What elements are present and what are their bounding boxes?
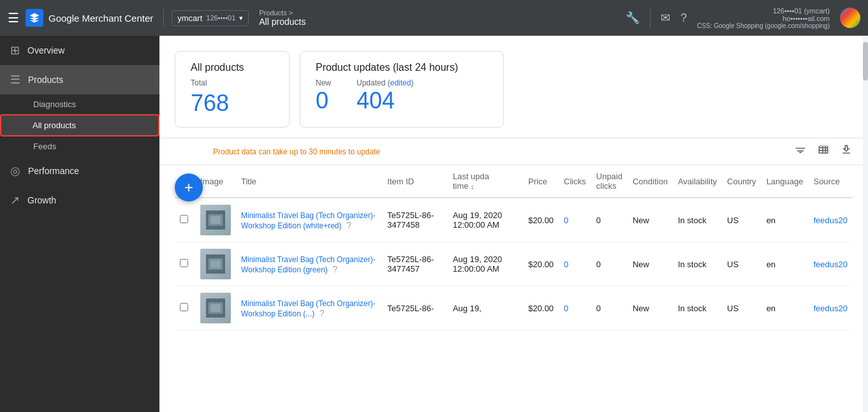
sidebar-label-performance: Performance	[28, 166, 79, 176]
row-condition-1: New	[628, 242, 673, 286]
sidebar-item-overview[interactable]: ⊞ Overview	[0, 36, 159, 65]
row-unpaid-1: 0	[591, 242, 628, 286]
sidebar: ⊞ Overview ☰ Products Diagnostics All pr…	[0, 36, 159, 412]
product-link-2[interactable]: Minimalist Travel Bag (Tech Organizer)- …	[241, 299, 376, 318]
row-clicks-2: 0	[559, 286, 591, 330]
updated-text: Updated (	[357, 78, 390, 87]
breadcrumb-parent: Products >	[259, 9, 626, 17]
all-products-title: All products	[191, 62, 274, 73]
sidebar-item-feeds[interactable]: Feeds	[0, 136, 159, 156]
row-clicks-1: 0	[559, 242, 591, 286]
app-title: Google Merchant Center	[48, 13, 153, 24]
row-price-1: $20.00	[523, 242, 559, 286]
row-last-update-2: Aug 19,	[448, 286, 523, 330]
th-availability: Availability	[673, 165, 722, 198]
th-price: Price	[523, 165, 559, 198]
row-item-id-1: Te5725L-86-3477457	[382, 242, 448, 286]
svg-rect-8	[211, 304, 221, 312]
row-image-1	[195, 242, 236, 286]
product-thumbnail-1	[200, 249, 231, 279]
row-language-1: en	[761, 242, 809, 286]
growth-icon: ↗	[10, 193, 20, 207]
row-title-1: Minimalist Travel Bag (Tech Organizer)- …	[236, 242, 382, 286]
sidebar-label-diagnostics: Diagnostics	[33, 99, 76, 109]
th-last-update[interactable]: Last updatime ↓	[448, 165, 523, 198]
row-price-2: $20.00	[523, 286, 559, 330]
row-title-2: Minimalist Travel Bag (Tech Organizer)- …	[236, 286, 382, 330]
title-help-icon-1[interactable]: ?	[332, 264, 337, 274]
user-display: 126••••01 (ymcart)	[697, 7, 830, 15]
sidebar-item-diagnostics[interactable]: Diagnostics	[0, 94, 159, 114]
mail-icon[interactable]: ✉	[661, 11, 670, 25]
row-checkbox-2[interactable]	[180, 303, 188, 311]
vertical-scrollbar[interactable]	[863, 36, 868, 412]
row-price-0: $20.00	[523, 198, 559, 242]
title-help-icon-2[interactable]: ?	[320, 308, 325, 318]
source-link-1[interactable]: feedus20	[813, 260, 848, 269]
updates-content: New 0 Updated (edited) 404	[316, 78, 488, 114]
row-availability-0: In stock	[673, 198, 722, 242]
total-label: Total	[191, 78, 274, 87]
account-selector[interactable]: ymcart 126••••01 ▾	[172, 10, 249, 26]
product-link-0[interactable]: Minimalist Travel Bag (Tech Organizer)- …	[241, 211, 376, 230]
total-value: 768	[191, 90, 274, 117]
th-condition: Condition	[628, 165, 673, 198]
row-item-id-2: Te5725L-86-	[382, 286, 448, 330]
sidebar-label-all-products: All products	[33, 121, 76, 130]
row-condition-2: New	[628, 286, 673, 330]
breadcrumb-current: All products	[259, 17, 626, 27]
account-dropdown-icon: ▾	[239, 14, 243, 22]
sidebar-label-feeds: Feeds	[33, 142, 56, 151]
filter-icon[interactable]	[794, 143, 807, 159]
add-product-fab[interactable]: +	[175, 173, 203, 202]
row-condition-0: New	[628, 198, 673, 242]
row-checkbox-1[interactable]	[180, 259, 188, 267]
merchant-logo	[29, 12, 40, 24]
svg-rect-5	[211, 260, 221, 268]
sidebar-item-all-products[interactable]: All products	[0, 114, 159, 136]
row-checkbox-cell	[175, 198, 195, 242]
row-last-update-1: Aug 19, 2020 12:00:00 AM	[448, 242, 523, 286]
product-link-1[interactable]: Minimalist Travel Bag (Tech Organizer)- …	[241, 255, 376, 274]
sidebar-label-overview: Overview	[27, 45, 64, 55]
columns-icon[interactable]	[817, 143, 830, 159]
updated-close: )	[411, 78, 413, 87]
source-link-0[interactable]: feedus20	[813, 216, 848, 225]
row-item-id-0: Te5725L-86-3477458	[382, 198, 448, 242]
table-row: Minimalist Travel Bag (Tech Organizer)- …	[175, 286, 853, 330]
title-help-icon-0[interactable]: ?	[346, 220, 351, 230]
logo-icon	[26, 9, 43, 27]
table-toolbar: Product data can take up to 30 minutes t…	[159, 138, 868, 165]
wrench-icon[interactable]: 🔧	[626, 11, 640, 25]
scrollbar-thumb[interactable]	[863, 42, 868, 80]
main-content: All products Total 768 Product updates (…	[159, 36, 868, 412]
source-link-2[interactable]: feedus20	[813, 304, 848, 313]
overview-icon: ⊞	[10, 43, 20, 57]
row-title-0: Minimalist Travel Bag (Tech Organizer)- …	[236, 198, 382, 242]
row-checkbox-0[interactable]	[180, 215, 188, 223]
products-table-area: Image Title Item ID Last updatime ↓ Pric…	[159, 165, 868, 330]
help-icon[interactable]: ?	[680, 11, 687, 25]
product-thumbnail-0	[200, 205, 231, 235]
sidebar-label-products: Products	[28, 75, 63, 85]
download-icon[interactable]	[840, 143, 853, 159]
new-section: New 0	[316, 78, 331, 114]
table-body: Minimalist Travel Bag (Tech Organizer)- …	[175, 198, 853, 330]
account-id: 126••••01	[206, 14, 235, 22]
sidebar-item-growth[interactable]: ↗ Growth	[0, 186, 159, 215]
sidebar-item-products[interactable]: ☰ Products	[0, 65, 159, 94]
hamburger-menu[interactable]: ☰	[8, 10, 19, 26]
products-table: Image Title Item ID Last updatime ↓ Pric…	[175, 165, 853, 330]
sidebar-item-performance[interactable]: ◎ Performance	[0, 156, 159, 186]
row-country-2: US	[722, 286, 761, 330]
product-updates-card: Product updates (last 24 hours) New 0 Up…	[300, 51, 504, 128]
th-unpaid-clicks: Unpaidclicks	[591, 165, 628, 198]
user-email: ho•••••••ail.com	[697, 15, 830, 22]
avatar[interactable]	[840, 8, 860, 28]
row-unpaid-0: 0	[591, 198, 628, 242]
th-item-id: Item ID	[382, 165, 448, 198]
row-unpaid-2: 0	[591, 286, 628, 330]
new-label: New	[316, 78, 331, 87]
row-country-1: US	[722, 242, 761, 286]
account-name: ymcart	[177, 13, 202, 23]
